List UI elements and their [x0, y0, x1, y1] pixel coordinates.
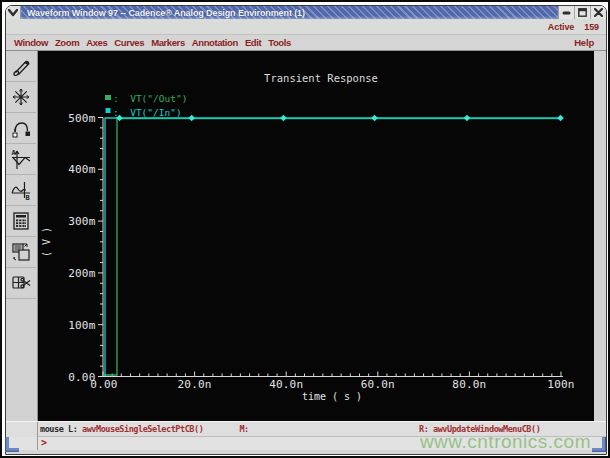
y-tick-5: 500m [68, 112, 95, 125]
command-prompt[interactable]: > [38, 437, 47, 450]
menu-window[interactable]: Window [14, 37, 48, 48]
x-tick-4: 80.0n [452, 378, 486, 391]
diamond-marker [464, 115, 471, 122]
x-axis-title: time ( s ) [302, 391, 362, 402]
x-tick-0: 0.00 [90, 378, 117, 391]
menu-markers[interactable]: Markers [151, 37, 185, 48]
calculator-icon [10, 210, 32, 232]
asterisk-star-icon [10, 86, 32, 108]
window-menu-button[interactable] [6, 6, 21, 19]
toolbar-button-cut[interactable] [6, 268, 36, 299]
mouse-left-binding: awvMouseSingleSelectPtCB() [77, 424, 203, 434]
active-count: 159 [584, 22, 599, 32]
legend-marker-out [105, 95, 111, 100]
screenshot-root: Waveform Window 97 -- Cadence® Analog De… [0, 0, 610, 458]
mouse-label: mouse L: [40, 424, 77, 434]
menu-zoom[interactable]: Zoom [55, 37, 79, 48]
toolbar-button-copy[interactable] [6, 237, 36, 268]
active-label: Active [548, 22, 574, 32]
toolbar-button-calculator[interactable] [6, 206, 36, 237]
menu-curves[interactable]: Curves [114, 37, 144, 48]
waveform-window: Waveform Window 97 -- Cadence® Analog De… [5, 5, 607, 455]
menu-annotation[interactable]: Annotation [192, 37, 238, 48]
maximize-button[interactable] [574, 6, 590, 19]
minimize-icon [562, 11, 571, 15]
curves [104, 118, 562, 376]
minimize-button[interactable] [559, 6, 574, 19]
legend-label-out: : VT("/Out") [113, 93, 187, 104]
menu-help[interactable]: Help [574, 37, 594, 48]
y-tick-3: 300m [68, 215, 95, 228]
x-tick-2: 40.0n [269, 378, 303, 391]
y-tick-labels: 0.00 100m 200m 300m 400m 500m [68, 112, 95, 384]
toolbar-button-axis-wave[interactable]: A [6, 144, 36, 175]
toolbar-button-arc[interactable] [6, 113, 36, 144]
side-toolbar: A B [6, 51, 38, 421]
x-tick-3: 60.0n [361, 378, 395, 391]
arc-hop-icon [10, 117, 32, 139]
watermark: www.cntronics.com [420, 431, 591, 453]
x-tick-labels: 0.00 20.0n 40.0n 60.0n 80.0n 100n [90, 378, 574, 391]
resize-grip-bottom-left[interactable] [5, 437, 19, 452]
chevron-down-icon [8, 9, 18, 17]
in-curve[interactable] [105, 118, 561, 376]
copy-windows-icon [10, 241, 32, 263]
x-tick-5: 100n [547, 378, 574, 391]
plot-canvas[interactable]: Transient Response : VT("/Out") : VT("/I… [38, 51, 594, 421]
axis-waveform-icon: A [10, 148, 32, 170]
cut-window-icon [10, 272, 32, 294]
y-axis-title: ( V ) [41, 227, 52, 257]
toolbar-button-sine[interactable]: B [6, 175, 36, 206]
y-tick-1: 100m [68, 319, 95, 332]
status-bindings-field: mouse L: awvMouseSingleSelectPtCB() M: [38, 422, 415, 437]
status-left-spacer [6, 422, 38, 437]
toolbar-button-pen[interactable] [6, 51, 36, 82]
title-strip: Waveform Window 97 -- Cadence® Analog De… [6, 6, 606, 19]
out-curve[interactable] [104, 119, 562, 376]
close-icon [594, 8, 603, 17]
content-area: A B [6, 51, 606, 421]
window-title: Waveform Window 97 -- Cadence® Analog De… [21, 8, 305, 18]
sine-wave-b-icon: B [10, 179, 32, 201]
menu-tools[interactable]: Tools [268, 37, 291, 48]
svg-text:B: B [26, 194, 30, 201]
diamond-marker [557, 115, 564, 122]
x-tick-1: 20.0n [178, 378, 212, 391]
window-buttons [559, 6, 606, 19]
menu-bar: Window Zoom Axes Curves Markers Annotati… [6, 35, 606, 51]
legend: : VT("/Out") : VT("/In") [105, 93, 187, 118]
resize-grip-bottom-right[interactable] [592, 437, 606, 452]
menu-edit[interactable]: Edit [245, 37, 261, 48]
diamond-marker [280, 115, 287, 122]
close-button[interactable] [590, 6, 606, 19]
active-indicator-row: Active 159 [6, 19, 606, 35]
legend-label-in: : VT("/In") [113, 107, 182, 118]
right-gray-strip [594, 51, 606, 421]
diamond-marker [371, 115, 378, 122]
axes [98, 118, 563, 377]
menu-axes[interactable]: Axes [86, 37, 107, 48]
toolbar-button-star[interactable] [6, 82, 36, 113]
mouse-middle-label: M: [239, 424, 248, 434]
y-tick-2: 200m [68, 267, 95, 280]
titlebar[interactable]: Waveform Window 97 -- Cadence® Analog De… [21, 6, 559, 19]
axis-ticks [98, 118, 561, 377]
maximize-icon [578, 8, 587, 17]
diamond-marker [188, 115, 195, 122]
legend-marker-in [106, 108, 111, 113]
y-tick-4: 400m [68, 163, 95, 176]
pen-marker-icon [10, 55, 32, 77]
chart-title: Transient Response [264, 72, 378, 84]
